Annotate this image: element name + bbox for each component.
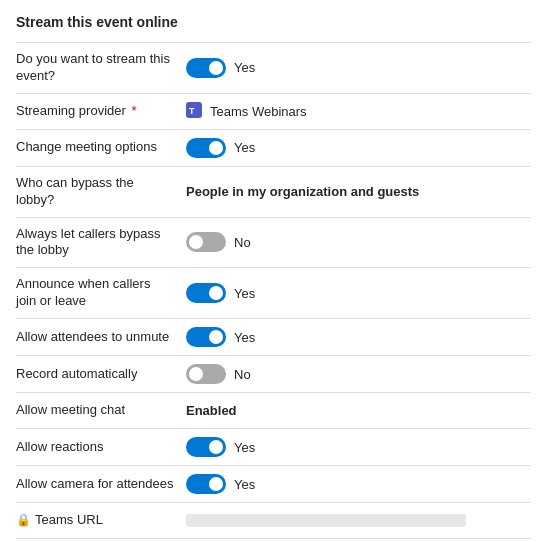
label-allow-unmute: Allow attendees to unmute [16,329,186,346]
value-record-auto: No [186,364,531,384]
section-title: Stream this event online [16,14,531,30]
label-allow-reactions: Allow reactions [16,439,186,456]
label-meeting-chat: Allow meeting chat [16,402,186,419]
toggle-allow-unmute[interactable] [186,327,226,347]
label-bypass-lobby: Who can bypass the lobby? [16,175,186,209]
svg-text:T: T [189,106,195,116]
toggle-record-auto[interactable] [186,364,226,384]
toggle-track [186,474,226,494]
row-meeting-chat: Allow meeting chatEnabled [16,392,531,428]
main-container: Stream this event online Do you want to … [0,0,547,542]
row-record-auto: Record automaticallyNo [16,355,531,392]
row-streaming-provider: Streaming provider * T Teams Webinars [16,93,531,129]
toggle-callers-bypass[interactable] [186,232,226,252]
label-change-meeting-options: Change meeting options [16,139,186,156]
toggle-thumb [189,235,203,249]
toggle-announce-callers[interactable] [186,283,226,303]
label-allow-camera: Allow camera for attendees [16,476,186,493]
value-bypass-lobby: People in my organization and guests [186,184,531,199]
provider-value-text: Teams Webinars [210,104,307,119]
toggle-value-text: Yes [234,60,255,75]
toggle-track [186,364,226,384]
row-teams-owner: 🔒Teams meeting owner👤 [16,538,531,542]
toggle-allow-camera[interactable] [186,474,226,494]
row-stream-event: Do you want to stream this event?Yes [16,42,531,93]
row-announce-callers: Announce when callers join or leaveYes [16,267,531,318]
toggle-thumb [209,286,223,300]
label-streaming-provider: Streaming provider * [16,103,186,120]
value-announce-callers: Yes [186,283,531,303]
toggle-value-text: Yes [234,477,255,492]
label-stream-event: Do you want to stream this event? [16,51,186,85]
lock-icon: 🔒 [16,513,31,527]
row-allow-camera: Allow camera for attendeesYes [16,465,531,502]
toggle-thumb [209,61,223,75]
toggle-thumb [209,141,223,155]
toggle-allow-reactions[interactable] [186,437,226,457]
label-callers-bypass: Always let callers bypass the lobby [16,226,186,260]
required-star: * [128,103,137,118]
label-record-auto: Record automatically [16,366,186,383]
toggle-track [186,232,226,252]
row-allow-unmute: Allow attendees to unmuteYes [16,318,531,355]
teams-url-value [186,514,466,527]
value-callers-bypass: No [186,232,531,252]
toggle-value-text: No [234,367,251,382]
row-teams-url: 🔒Teams URL [16,502,531,538]
text-value-meeting-chat: Enabled [186,403,237,418]
toggle-track [186,283,226,303]
toggle-value-text: Yes [234,140,255,155]
toggle-stream-event[interactable] [186,58,226,78]
row-allow-reactions: Allow reactionsYes [16,428,531,465]
row-callers-bypass: Always let callers bypass the lobbyNo [16,217,531,268]
value-change-meeting-options: Yes [186,138,531,158]
toggle-track [186,327,226,347]
toggle-thumb [189,367,203,381]
toggle-thumb [209,440,223,454]
toggle-track [186,437,226,457]
label-announce-callers: Announce when callers join or leave [16,276,186,310]
value-allow-unmute: Yes [186,327,531,347]
value-teams-url [186,514,531,527]
settings-rows: Do you want to stream this event?YesStre… [16,42,531,542]
value-meeting-chat: Enabled [186,403,531,418]
value-allow-reactions: Yes [186,437,531,457]
row-change-meeting-options: Change meeting optionsYes [16,129,531,166]
value-allow-camera: Yes [186,474,531,494]
value-stream-event: Yes [186,58,531,78]
toggle-value-text: Yes [234,440,255,455]
toggle-thumb [209,477,223,491]
row-bypass-lobby: Who can bypass the lobby?People in my or… [16,166,531,217]
toggle-change-meeting-options[interactable] [186,138,226,158]
toggle-thumb [209,330,223,344]
toggle-value-text: Yes [234,286,255,301]
toggle-track [186,58,226,78]
teams-icon: T [186,102,202,121]
text-value-bypass-lobby: People in my organization and guests [186,184,419,199]
toggle-value-text: No [234,235,251,250]
value-streaming-provider: T Teams Webinars [186,102,531,121]
toggle-track [186,138,226,158]
label-teams-url: 🔒Teams URL [16,512,186,529]
toggle-value-text: Yes [234,330,255,345]
